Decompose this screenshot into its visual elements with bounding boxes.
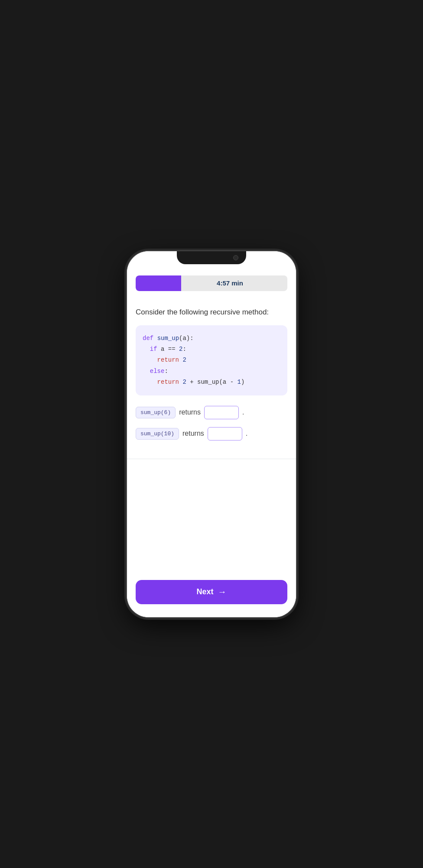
progress-section: 4:57 min [127,270,296,298]
answer-period-2: . [246,430,247,437]
answer-row-2: sum_up(10) returns . [136,427,287,440]
code-line-4: else: [143,366,280,377]
bottom-section: Next → [127,571,296,617]
code-block: def sum_up(a): if a == 2: return 2 else:… [136,325,287,395]
question-text: Consider the following recursive method: [136,307,287,318]
code-line-3: return 2 [143,355,280,366]
spacer [127,459,296,571]
answer-input-1[interactable] [204,406,239,419]
next-button[interactable]: Next → [136,580,287,604]
code-tag-1: sum_up(6) [136,407,176,418]
phone-frame: 4:57 min Consider the following recursiv… [127,251,296,617]
answer-label-1: returns [179,408,201,416]
code-tag-2: sum_up(10) [136,428,179,440]
answer-period-1: . [242,408,244,416]
answer-row-1: sum_up(6) returns . [136,406,287,419]
answer-input-2[interactable] [208,427,242,440]
code-line-1: def sum_up(a): [143,333,280,344]
progress-bar-fill [136,275,181,291]
phone-camera [233,255,238,260]
question-section: Consider the following recursive method:… [127,298,296,459]
answer-label-2: returns [182,430,204,437]
next-button-label: Next [196,587,213,596]
progress-timer: 4:57 min [181,279,287,287]
arrow-right-icon: → [218,587,227,597]
code-line-2: if a == 2: [143,344,280,355]
code-line-5: return 2 + sum_up(a - 1) [143,377,280,388]
progress-bar-container: 4:57 min [136,275,287,291]
content-area: 4:57 min Consider the following recursiv… [127,270,296,617]
phone-screen: 4:57 min Consider the following recursiv… [127,251,296,617]
phone-notch [177,251,246,264]
